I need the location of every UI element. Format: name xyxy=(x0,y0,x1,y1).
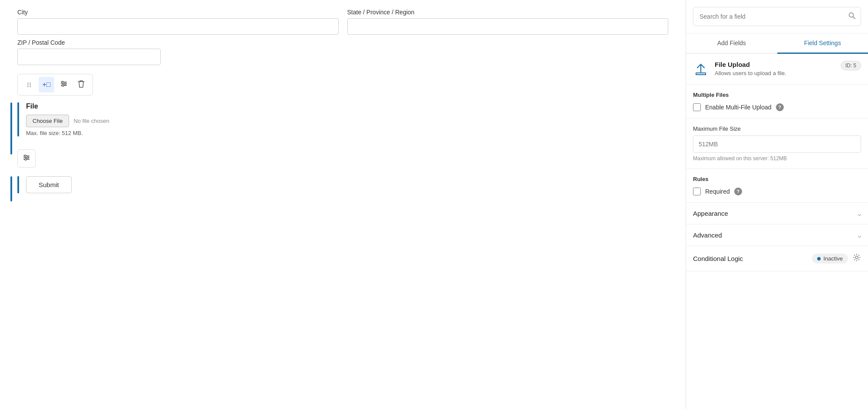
required-label: Required xyxy=(705,188,730,195)
advanced-chevron-icon: ⌵ xyxy=(858,232,861,239)
field-settings-btn[interactable] xyxy=(17,149,36,168)
search-icon xyxy=(848,12,856,21)
conditional-logic-title: Conditional Logic xyxy=(693,255,743,262)
sliders-small-icon xyxy=(23,154,30,163)
max-file-size-input[interactable] xyxy=(693,135,861,153)
svg-point-3 xyxy=(62,81,63,83)
settings-toolbar xyxy=(17,149,668,168)
required-checkbox[interactable] xyxy=(693,188,701,195)
appearance-header[interactable]: Appearance ⌵ xyxy=(686,203,868,224)
appearance-section: Appearance ⌵ xyxy=(686,203,868,224)
rules-section: Rules Required ? xyxy=(686,169,868,203)
field-info-text: File Upload Allows users to upload a fil… xyxy=(715,61,835,76)
advanced-header[interactable]: Advanced ⌵ xyxy=(686,224,868,246)
conditional-logic-section: Conditional Logic Inactive xyxy=(686,246,868,271)
upload-icon xyxy=(693,62,709,77)
choose-file-button[interactable]: Choose File xyxy=(26,115,69,127)
inactive-dot xyxy=(817,257,821,261)
city-input[interactable] xyxy=(17,18,339,35)
required-help-icon[interactable]: ? xyxy=(734,188,742,195)
state-input[interactable] xyxy=(347,18,669,35)
field-id-badge: ID: 5 xyxy=(841,61,861,70)
advanced-section: Advanced ⌵ xyxy=(686,224,868,246)
delete-btn[interactable] xyxy=(73,77,89,92)
state-label: State / Province / Region xyxy=(347,9,669,16)
multi-file-label: Enable Multi-File Upload xyxy=(705,104,772,111)
advanced-title: Advanced xyxy=(693,231,722,239)
submit-block: Submit xyxy=(17,176,668,193)
multi-file-checkbox[interactable] xyxy=(693,103,701,111)
submit-button[interactable]: Submit xyxy=(26,176,72,193)
drag-handle-btn[interactable]: ⁝⁝ xyxy=(21,77,37,92)
multi-file-checkbox-row: Enable Multi-File Upload ? xyxy=(693,103,861,111)
gear-icon xyxy=(852,255,861,264)
state-field: State / Province / Region xyxy=(347,9,669,35)
inactive-badge: Inactive xyxy=(812,254,848,264)
search-input[interactable] xyxy=(693,7,861,26)
tab-field-settings[interactable]: Field Settings xyxy=(777,33,868,54)
inactive-label: Inactive xyxy=(823,255,843,262)
zip-input[interactable] xyxy=(17,49,161,65)
conditional-logic-gear-button[interactable] xyxy=(852,253,861,264)
file-input-area: Choose File No file chosen xyxy=(26,115,668,127)
rules-title: Rules xyxy=(693,176,861,182)
search-input-wrapper xyxy=(693,7,861,26)
file-field-label: File xyxy=(26,102,668,110)
max-file-size-title: Maximum File Size xyxy=(693,125,861,132)
max-size-text: Max. file size: 512 MB. xyxy=(26,130,668,136)
tab-add-fields[interactable]: Add Fields xyxy=(686,33,777,54)
svg-point-10 xyxy=(27,157,29,158)
drag-icon: ⁝⁝ xyxy=(27,81,31,89)
svg-point-5 xyxy=(62,85,64,86)
conditional-right: Inactive xyxy=(812,253,861,264)
settings-btn[interactable] xyxy=(56,77,72,92)
max-file-size-hint: Maximum allowed on this server: 512MB xyxy=(693,155,861,162)
svg-point-11 xyxy=(25,158,26,160)
city-field: City xyxy=(17,9,339,35)
required-checkbox-row: Required ? xyxy=(693,188,861,195)
add-field-btn[interactable]: +□ xyxy=(39,77,54,92)
svg-line-13 xyxy=(853,17,855,19)
zip-field: ZIP / Postal Code xyxy=(17,39,668,65)
city-label: City xyxy=(17,9,339,16)
main-content: City State / Province / Region ZIP / Pos… xyxy=(0,0,686,409)
field-title: File Upload xyxy=(715,61,835,68)
appearance-chevron-icon: ⌵ xyxy=(858,210,861,217)
multiple-files-title: Multiple Files xyxy=(693,92,861,98)
multi-file-help-icon[interactable]: ? xyxy=(776,103,784,111)
field-info: File Upload Allows users to upload a fil… xyxy=(686,54,868,85)
zip-label: ZIP / Postal Code xyxy=(17,39,668,46)
svg-point-4 xyxy=(64,83,66,85)
no-file-text: No file chosen xyxy=(73,118,109,124)
tabs: Add Fields Field Settings xyxy=(686,33,868,54)
appearance-title: Appearance xyxy=(693,210,728,217)
file-upload-block: File Choose File No file chosen Max. fil… xyxy=(17,102,668,136)
field-toolbar: ⁝⁝ +□ xyxy=(17,74,93,96)
add-icon: +□ xyxy=(42,81,50,89)
multiple-files-section: Multiple Files Enable Multi-File Upload … xyxy=(686,85,868,119)
city-state-row: City State / Province / Region xyxy=(17,9,668,35)
svg-point-14 xyxy=(855,256,858,259)
trash-icon xyxy=(78,80,85,89)
sidebar: Add Fields Field Settings File Upload Al… xyxy=(686,0,868,409)
sliders-icon xyxy=(60,80,68,89)
max-file-size-section: Maximum File Size Maximum allowed on thi… xyxy=(686,119,868,169)
svg-point-9 xyxy=(24,155,26,157)
search-bar xyxy=(686,0,868,33)
field-description: Allows users to upload a file. xyxy=(715,70,835,76)
